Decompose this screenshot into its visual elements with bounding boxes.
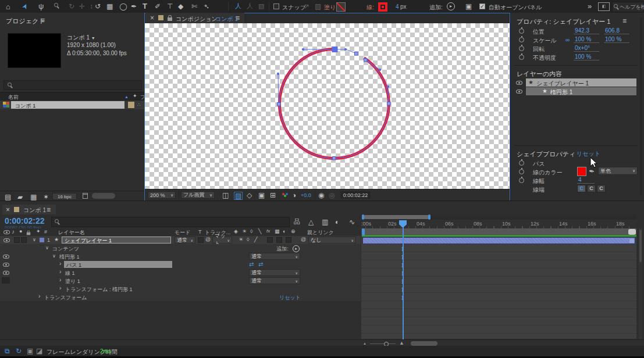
mask-visibility-icon[interactable]: ◇ — [247, 192, 252, 199]
effects-switch[interactable]: ╱ — [254, 237, 257, 242]
adjust-icon[interactable]: ✶ — [43, 194, 49, 201]
row-stroke[interactable]: › 線 1 通常∨ — [0, 268, 361, 277]
pan-behind-tool[interactable]: ▦ — [106, 3, 113, 10]
path-vertex[interactable] — [355, 52, 358, 56]
frame-blending-icon[interactable]: ▥ — [322, 219, 328, 225]
line-cap-label[interactable]: 線端 — [533, 186, 545, 194]
threed-switch[interactable] — [286, 237, 291, 243]
roto-brush-tool[interactable]: ✄ — [191, 3, 197, 10]
motionblur-switch[interactable] — [276, 237, 282, 243]
composition-canvas[interactable] — [145, 23, 510, 189]
magnification-dropdown[interactable]: 200 %∨ — [148, 191, 176, 199]
pen-tool[interactable]: ✒ — [131, 3, 137, 10]
help-search-placeholder[interactable]: ヘルプを検索 — [620, 3, 644, 11]
ellipse-stroke[interactable] — [279, 49, 389, 158]
viewer-tab-close-icon[interactable]: × — [150, 15, 154, 22]
path-vertex[interactable] — [387, 102, 391, 106]
fill-visibility-off-box[interactable] — [2, 277, 10, 284]
new-folder-icon[interactable]: ▰ — [17, 194, 23, 201]
contents-layer-2-name[interactable]: 楕円形 1 — [550, 88, 572, 96]
toolbar-overflow-icon[interactable]: » — [588, 2, 592, 10]
solo-toggle[interactable] — [21, 237, 27, 243]
position-label[interactable]: 位置 — [533, 28, 545, 36]
ellipse-twirl-icon[interactable]: ∨ — [52, 254, 56, 259]
hand-tool[interactable]: ψ — [38, 2, 44, 10]
workspace-icon[interactable]: ◧ — [598, 2, 610, 11]
viewer-tab-menu-icon[interactable]: ≡ — [236, 15, 240, 22]
render-queue-status-icon[interactable]: ⧉ — [5, 348, 10, 355]
properties-panel-title[interactable]: プロパティ: シェイプレイヤー 1 — [517, 17, 610, 26]
opacity-value[interactable]: 100 % — [574, 53, 599, 60]
label-color-chip[interactable] — [128, 102, 134, 108]
path-label[interactable]: パス — [533, 160, 545, 168]
stroke-label[interactable]: 線: — [367, 3, 374, 12]
timeline-tab[interactable]: × コンポ 1 ≡ — [2, 205, 56, 214]
footer-scrollbar[interactable] — [92, 193, 115, 199]
project-search-field[interactable] — [3, 80, 142, 90]
label-column-icon[interactable]: ✦ — [133, 94, 137, 99]
t-column-label[interactable]: T — [198, 229, 202, 235]
contents-layer-row-2[interactable]: ★ 楕円形 1 — [526, 87, 636, 95]
bezier-handle-dot[interactable] — [302, 48, 304, 51]
layer-row[interactable]: ∨ 1 ★ シェイプレイヤー 1 通常∨ @ マット∨ ☀ ◊ ╱ @ なし∨ — [0, 236, 361, 245]
stroke-color-label[interactable]: 線のカラー — [533, 169, 563, 177]
rotation-label[interactable]: 回転 — [533, 45, 545, 53]
rotation-value[interactable]: 0x+0° — [574, 45, 599, 52]
timeline-tab-menu-icon[interactable]: ≡ — [47, 206, 51, 213]
timeline-hscroll[interactable] — [411, 341, 437, 346]
scale-x-value[interactable]: 100 % — [574, 36, 599, 43]
transform-label[interactable]: トランスフォーム — [44, 294, 87, 302]
row-transform-ellipse[interactable]: › トランスフォーム : 楕円形 1 — [0, 285, 361, 293]
path-direction-icon[interactable]: ⇄ — [249, 262, 254, 267]
view-layout-icon[interactable]: ◫ — [222, 192, 229, 199]
stroke-width-value[interactable]: 4 — [577, 177, 595, 184]
eyedropper-icon[interactable]: ✒ — [588, 167, 595, 176]
scale-y-value[interactable]: 100 % — [604, 36, 629, 43]
row-ellipse-group[interactable]: ∨ 楕円形 1 通常∨ — [0, 252, 361, 261]
viewer-timecode[interactable]: 0:00:02:22 — [340, 191, 371, 199]
exposure-icon[interactable]: ◑ — [292, 192, 296, 199]
interpret-footage-icon[interactable]: ▤ — [5, 194, 11, 201]
bezier-handle-dot[interactable] — [277, 73, 279, 75]
track-matte-dropdown[interactable]: マット∨ — [212, 237, 232, 244]
project-row-comp1[interactable]: コンポ 1 ∴ — [0, 101, 144, 109]
time-navigator[interactable] — [362, 214, 636, 220]
fill-label[interactable]: 塗り: — [324, 3, 337, 12]
layer-label-chip[interactable] — [40, 238, 44, 242]
project-panel-menu-icon[interactable]: ≡ — [41, 17, 45, 24]
graph-editor-icon[interactable]: ∿ — [349, 219, 355, 225]
audio-toggle[interactable] — [14, 237, 20, 243]
properties-panel-menu-icon[interactable]: ≡ — [622, 17, 627, 24]
cap-projecting-button[interactable]: C — [597, 185, 606, 192]
contents-twirl-icon[interactable]: ∨ — [45, 246, 49, 250]
eraser-tool[interactable]: ◆ — [178, 3, 183, 10]
project-panel-title[interactable]: プロジェクト — [6, 17, 45, 26]
layer-twirl-icon[interactable]: ∨ — [33, 238, 36, 242]
transform-ellipse-twirl-icon[interactable]: › — [59, 285, 61, 291]
stroke-width-value[interactable]: 4 — [396, 3, 399, 10]
work-area-end-handle[interactable] — [628, 229, 636, 235]
exposure-value[interactable]: +0.0 — [301, 192, 311, 198]
clone-stamp-tool[interactable]: ⊤ — [167, 3, 173, 10]
parent-pickwhip-icon[interactable]: @ — [301, 237, 306, 242]
contents-layer-row-1[interactable]: ★ シェイプレイヤー 1 — [526, 78, 636, 87]
region-of-interest-icon[interactable]: ▣ — [258, 192, 265, 199]
row-transform[interactable]: › トランスフォーム リセット — [0, 293, 361, 302]
playhead-line[interactable] — [403, 227, 404, 339]
matte-pickwhip-icon[interactable]: @ — [205, 237, 211, 242]
home-icon[interactable]: ⌂ — [6, 3, 10, 10]
contents-layer-1-name[interactable]: シェイプレイヤー 1 — [536, 80, 589, 88]
snapshot-icon[interactable]: ◉ — [318, 192, 324, 199]
brush-tool[interactable]: ✐ — [155, 3, 161, 10]
properties-scrollbar[interactable] — [640, 17, 642, 195]
position-y-value[interactable]: 606.8 — [604, 27, 629, 34]
zoom-in-mountain-icon[interactable]: ▲ — [399, 341, 404, 346]
blend-mode-dropdown[interactable]: 通常∨ — [175, 237, 195, 244]
path-vertex[interactable] — [364, 59, 368, 62]
timeline-tab-name[interactable]: コンポ 1 — [23, 206, 46, 214]
shape-tool[interactable]: ◯ — [119, 3, 127, 10]
transform-reset-link[interactable]: リセット — [279, 294, 301, 302]
row-path[interactable]: › パス 1 ⇄ ⇄ — [0, 260, 361, 269]
draft-3d-icon[interactable]: △ — [308, 219, 314, 225]
puppet-pin-tool[interactable]: ➴ — [204, 3, 209, 10]
